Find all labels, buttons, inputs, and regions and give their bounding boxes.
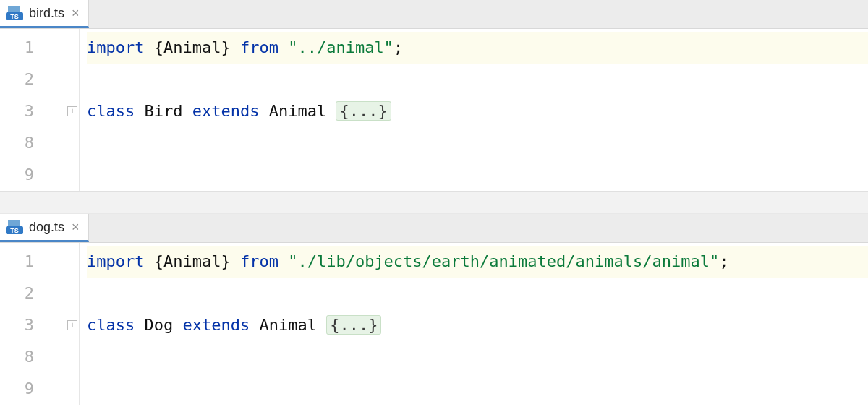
fold-expand-icon[interactable]: + [67, 106, 77, 116]
svg-text:TS: TS [10, 227, 19, 234]
line-number: 2 [0, 278, 79, 309]
typescript-file-icon: TS [6, 6, 23, 20]
gutter: 1 2 3 + 8 9 [0, 29, 80, 191]
code-line [87, 341, 868, 373]
code-line [87, 278, 868, 309]
code-token [278, 38, 288, 56]
code-token: class [87, 102, 135, 120]
code-token: {Animal} [144, 38, 239, 56]
line-number: 1 [0, 32, 79, 64]
line-number: 3 + [0, 95, 79, 127]
code-line [87, 64, 868, 95]
code-token: ; [719, 252, 728, 270]
code-line: class Bird extends Animal {...} [87, 95, 868, 127]
typescript-file-icon: TS [6, 220, 23, 234]
code-token [278, 252, 288, 270]
line-number: 2 [0, 64, 79, 95]
code-token: extends [182, 316, 250, 334]
code-content[interactable]: import {Animal} from "./lib/objects/eart… [80, 243, 868, 405]
code-line [87, 373, 868, 405]
code-token: "./lib/objects/earth/animated/animals/an… [288, 252, 719, 270]
line-number: 9 [0, 159, 79, 191]
editor-pane: TS dog.ts × 1 2 3 + 8 9 import {Animal} … [0, 214, 868, 405]
editor-pane: TS bird.ts × 1 2 3 + 8 9 import {Animal}… [0, 0, 868, 191]
code-line [87, 127, 868, 159]
tab-bar: TS dog.ts × [0, 214, 868, 243]
code-token: ; [393, 38, 403, 56]
svg-rect-0 [8, 6, 20, 12]
line-number: 3 + [0, 309, 79, 341]
code-token: Dog [135, 316, 182, 334]
fold-expand-icon[interactable]: + [67, 320, 77, 330]
tab-bar: TS bird.ts × [0, 0, 868, 29]
code-token: from [240, 252, 278, 270]
line-number: 9 [0, 373, 79, 405]
file-tab[interactable]: TS bird.ts × [0, 0, 89, 28]
tab-filename: bird.ts [29, 6, 64, 21]
svg-rect-3 [8, 220, 20, 226]
line-number: 8 [0, 341, 79, 373]
line-number: 1 [0, 246, 79, 278]
code-line: import {Animal} from "./lib/objects/eart… [87, 246, 868, 278]
code-line: class Dog extends Animal {...} [87, 309, 868, 341]
code-token: Animal [250, 316, 326, 334]
code-token: import [87, 252, 144, 270]
code-token: import [87, 38, 144, 56]
code-token: {Animal} [144, 252, 239, 270]
code-area: 1 2 3 + 8 9 import {Animal} from "../ani… [0, 29, 868, 191]
file-tab[interactable]: TS dog.ts × [0, 214, 89, 242]
code-token: from [240, 38, 278, 56]
code-token: Bird [135, 102, 192, 120]
code-area: 1 2 3 + 8 9 import {Animal} from "./lib/… [0, 243, 868, 405]
code-token: "../animal" [288, 38, 393, 56]
code-content[interactable]: import {Animal} from "../animal";class B… [80, 29, 868, 191]
tab-filename: dog.ts [29, 220, 64, 235]
folded-region[interactable]: {...} [336, 101, 391, 121]
line-number: 8 [0, 127, 79, 159]
folded-region[interactable]: {...} [326, 315, 381, 335]
code-token: Animal [259, 102, 336, 120]
gutter: 1 2 3 + 8 9 [0, 243, 80, 405]
close-icon[interactable]: × [70, 7, 81, 20]
code-line [87, 159, 868, 191]
code-line: import {Animal} from "../animal"; [87, 32, 868, 64]
code-token: class [87, 316, 135, 334]
svg-text:TS: TS [10, 13, 19, 20]
close-icon[interactable]: × [70, 220, 81, 233]
pane-divider [0, 191, 868, 214]
code-token: extends [192, 102, 260, 120]
